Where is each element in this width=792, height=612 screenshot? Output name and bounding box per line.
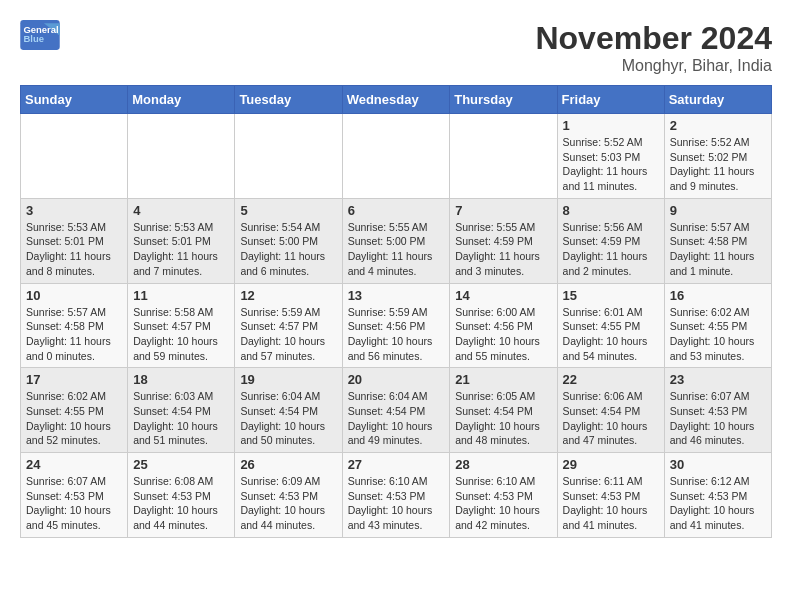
calendar-cell: 9Sunrise: 5:57 AM Sunset: 4:58 PM Daylig… — [664, 198, 771, 283]
day-info: Sunrise: 5:57 AM Sunset: 4:58 PM Dayligh… — [26, 305, 122, 364]
day-number: 23 — [670, 372, 766, 387]
day-info: Sunrise: 6:08 AM Sunset: 4:53 PM Dayligh… — [133, 474, 229, 533]
day-number: 10 — [26, 288, 122, 303]
day-number: 4 — [133, 203, 229, 218]
calendar-cell — [342, 114, 450, 199]
logo: General Blue — [20, 20, 60, 50]
calendar-cell: 13Sunrise: 5:59 AM Sunset: 4:56 PM Dayli… — [342, 283, 450, 368]
calendar-cell: 30Sunrise: 6:12 AM Sunset: 4:53 PM Dayli… — [664, 453, 771, 538]
day-number: 19 — [240, 372, 336, 387]
day-number: 14 — [455, 288, 551, 303]
day-number: 24 — [26, 457, 122, 472]
calendar-cell: 8Sunrise: 5:56 AM Sunset: 4:59 PM Daylig… — [557, 198, 664, 283]
day-info: Sunrise: 6:10 AM Sunset: 4:53 PM Dayligh… — [455, 474, 551, 533]
calendar-cell: 12Sunrise: 5:59 AM Sunset: 4:57 PM Dayli… — [235, 283, 342, 368]
day-number: 7 — [455, 203, 551, 218]
day-info: Sunrise: 5:58 AM Sunset: 4:57 PM Dayligh… — [133, 305, 229, 364]
calendar-cell: 26Sunrise: 6:09 AM Sunset: 4:53 PM Dayli… — [235, 453, 342, 538]
day-number: 12 — [240, 288, 336, 303]
day-info: Sunrise: 6:10 AM Sunset: 4:53 PM Dayligh… — [348, 474, 445, 533]
calendar-cell — [235, 114, 342, 199]
day-number: 26 — [240, 457, 336, 472]
calendar-week-row: 3Sunrise: 5:53 AM Sunset: 5:01 PM Daylig… — [21, 198, 772, 283]
calendar-cell: 5Sunrise: 5:54 AM Sunset: 5:00 PM Daylig… — [235, 198, 342, 283]
calendar-day-header: Tuesday — [235, 86, 342, 114]
calendar-table: SundayMondayTuesdayWednesdayThursdayFrid… — [20, 85, 772, 538]
calendar-cell: 22Sunrise: 6:06 AM Sunset: 4:54 PM Dayli… — [557, 368, 664, 453]
calendar-cell: 28Sunrise: 6:10 AM Sunset: 4:53 PM Dayli… — [450, 453, 557, 538]
day-info: Sunrise: 6:11 AM Sunset: 4:53 PM Dayligh… — [563, 474, 659, 533]
day-number: 16 — [670, 288, 766, 303]
calendar-cell — [128, 114, 235, 199]
calendar-cell: 14Sunrise: 6:00 AM Sunset: 4:56 PM Dayli… — [450, 283, 557, 368]
svg-text:Blue: Blue — [23, 33, 44, 44]
calendar-cell: 11Sunrise: 5:58 AM Sunset: 4:57 PM Dayli… — [128, 283, 235, 368]
day-info: Sunrise: 5:53 AM Sunset: 5:01 PM Dayligh… — [133, 220, 229, 279]
day-number: 25 — [133, 457, 229, 472]
day-info: Sunrise: 6:05 AM Sunset: 4:54 PM Dayligh… — [455, 389, 551, 448]
calendar-cell: 20Sunrise: 6:04 AM Sunset: 4:54 PM Dayli… — [342, 368, 450, 453]
calendar-day-header: Saturday — [664, 86, 771, 114]
day-number: 11 — [133, 288, 229, 303]
day-info: Sunrise: 6:12 AM Sunset: 4:53 PM Dayligh… — [670, 474, 766, 533]
calendar-cell — [450, 114, 557, 199]
calendar-cell: 3Sunrise: 5:53 AM Sunset: 5:01 PM Daylig… — [21, 198, 128, 283]
day-number: 18 — [133, 372, 229, 387]
calendar-cell: 25Sunrise: 6:08 AM Sunset: 4:53 PM Dayli… — [128, 453, 235, 538]
day-number: 15 — [563, 288, 659, 303]
month-title: November 2024 — [535, 20, 772, 57]
calendar-day-header: Wednesday — [342, 86, 450, 114]
day-number: 28 — [455, 457, 551, 472]
location: Monghyr, Bihar, India — [535, 57, 772, 75]
day-number: 9 — [670, 203, 766, 218]
day-number: 5 — [240, 203, 336, 218]
calendar-cell: 6Sunrise: 5:55 AM Sunset: 5:00 PM Daylig… — [342, 198, 450, 283]
logo-icon: General Blue — [20, 20, 60, 50]
day-info: Sunrise: 6:03 AM Sunset: 4:54 PM Dayligh… — [133, 389, 229, 448]
calendar-cell: 7Sunrise: 5:55 AM Sunset: 4:59 PM Daylig… — [450, 198, 557, 283]
day-info: Sunrise: 5:55 AM Sunset: 4:59 PM Dayligh… — [455, 220, 551, 279]
day-info: Sunrise: 6:00 AM Sunset: 4:56 PM Dayligh… — [455, 305, 551, 364]
calendar-cell: 1Sunrise: 5:52 AM Sunset: 5:03 PM Daylig… — [557, 114, 664, 199]
day-number: 30 — [670, 457, 766, 472]
calendar-cell: 23Sunrise: 6:07 AM Sunset: 4:53 PM Dayli… — [664, 368, 771, 453]
day-number: 29 — [563, 457, 659, 472]
calendar-cell: 21Sunrise: 6:05 AM Sunset: 4:54 PM Dayli… — [450, 368, 557, 453]
page-header: General Blue November 2024 Monghyr, Biha… — [20, 20, 772, 75]
day-info: Sunrise: 5:55 AM Sunset: 5:00 PM Dayligh… — [348, 220, 445, 279]
day-number: 17 — [26, 372, 122, 387]
calendar-cell: 19Sunrise: 6:04 AM Sunset: 4:54 PM Dayli… — [235, 368, 342, 453]
day-info: Sunrise: 6:06 AM Sunset: 4:54 PM Dayligh… — [563, 389, 659, 448]
day-info: Sunrise: 6:02 AM Sunset: 4:55 PM Dayligh… — [670, 305, 766, 364]
day-number: 8 — [563, 203, 659, 218]
day-number: 13 — [348, 288, 445, 303]
calendar-week-row: 24Sunrise: 6:07 AM Sunset: 4:53 PM Dayli… — [21, 453, 772, 538]
day-info: Sunrise: 6:04 AM Sunset: 4:54 PM Dayligh… — [348, 389, 445, 448]
day-info: Sunrise: 5:56 AM Sunset: 4:59 PM Dayligh… — [563, 220, 659, 279]
day-number: 20 — [348, 372, 445, 387]
day-number: 2 — [670, 118, 766, 133]
calendar-cell: 16Sunrise: 6:02 AM Sunset: 4:55 PM Dayli… — [664, 283, 771, 368]
day-number: 1 — [563, 118, 659, 133]
day-number: 3 — [26, 203, 122, 218]
title-area: November 2024 Monghyr, Bihar, India — [535, 20, 772, 75]
day-info: Sunrise: 5:52 AM Sunset: 5:03 PM Dayligh… — [563, 135, 659, 194]
day-info: Sunrise: 5:53 AM Sunset: 5:01 PM Dayligh… — [26, 220, 122, 279]
day-number: 6 — [348, 203, 445, 218]
calendar-cell: 2Sunrise: 5:52 AM Sunset: 5:02 PM Daylig… — [664, 114, 771, 199]
calendar-header-row: SundayMondayTuesdayWednesdayThursdayFrid… — [21, 86, 772, 114]
calendar-cell: 15Sunrise: 6:01 AM Sunset: 4:55 PM Dayli… — [557, 283, 664, 368]
calendar-week-row: 1Sunrise: 5:52 AM Sunset: 5:03 PM Daylig… — [21, 114, 772, 199]
day-info: Sunrise: 5:54 AM Sunset: 5:00 PM Dayligh… — [240, 220, 336, 279]
calendar-week-row: 10Sunrise: 5:57 AM Sunset: 4:58 PM Dayli… — [21, 283, 772, 368]
day-info: Sunrise: 6:07 AM Sunset: 4:53 PM Dayligh… — [26, 474, 122, 533]
day-info: Sunrise: 6:01 AM Sunset: 4:55 PM Dayligh… — [563, 305, 659, 364]
calendar-week-row: 17Sunrise: 6:02 AM Sunset: 4:55 PM Dayli… — [21, 368, 772, 453]
day-info: Sunrise: 5:59 AM Sunset: 4:56 PM Dayligh… — [348, 305, 445, 364]
calendar-cell: 4Sunrise: 5:53 AM Sunset: 5:01 PM Daylig… — [128, 198, 235, 283]
calendar-cell: 10Sunrise: 5:57 AM Sunset: 4:58 PM Dayli… — [21, 283, 128, 368]
day-info: Sunrise: 5:57 AM Sunset: 4:58 PM Dayligh… — [670, 220, 766, 279]
calendar-cell: 27Sunrise: 6:10 AM Sunset: 4:53 PM Dayli… — [342, 453, 450, 538]
day-info: Sunrise: 6:02 AM Sunset: 4:55 PM Dayligh… — [26, 389, 122, 448]
calendar-day-header: Thursday — [450, 86, 557, 114]
